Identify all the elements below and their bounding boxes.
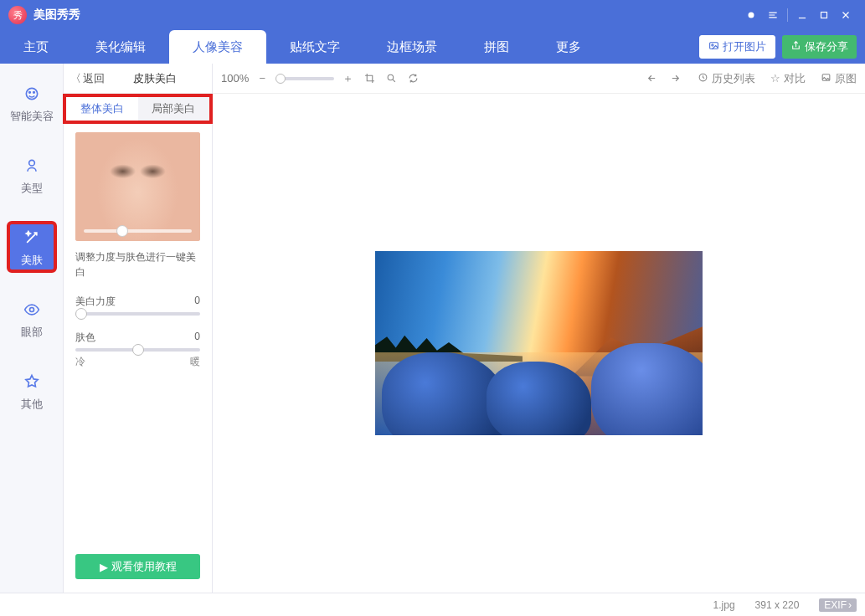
face-smart-icon [20,82,44,105]
svg-point-8 [29,308,33,312]
app-name: 美图秀秀 [33,8,80,23]
slider-value: 0 [194,295,200,309]
svg-rect-1 [821,13,827,18]
slider-right-label: 暖 [190,355,200,369]
svg-point-3 [712,44,713,46]
zoom-level: 100% [221,72,249,85]
svg-point-0 [749,13,754,18]
sidebar-item-shape[interactable]: 美型 [7,149,57,201]
play-icon: ▶ [100,561,108,573]
sidebar-item-other[interactable]: 其他 [7,365,57,417]
slider-left-label: 冷 [75,355,85,369]
slider-label: 肤色 [75,331,95,345]
tab-home[interactable]: 主页 [0,30,72,64]
original-button[interactable]: 原图 [821,71,857,86]
image-outline-icon [821,72,832,85]
status-bar: 1.jpg 391 x 220 EXIF › [0,593,865,616]
compare-button[interactable]: ☆ 对比 [770,71,806,86]
back-button[interactable]: 〈 返回 [70,71,105,86]
preview-split-slider[interactable] [84,229,192,233]
tab-stickers-text[interactable]: 贴纸文字 [266,30,363,64]
maximize-button[interactable] [813,6,835,24]
zoom-in-button[interactable]: ＋ [339,70,356,87]
tab-collage[interactable]: 拼图 [461,30,533,64]
svg-point-5 [28,92,30,94]
star-icon [20,370,44,393]
app-logo: 秀 [8,6,27,24]
zoom-out-button[interactable]: − [254,70,270,87]
redo-button[interactable] [666,70,682,87]
chat-icon[interactable] [740,6,762,24]
svg-point-6 [33,92,34,94]
slider-knob[interactable] [132,344,144,356]
svg-point-7 [28,160,34,166]
open-image-button[interactable]: 打开图片 [699,35,775,59]
canvas-image [375,251,703,435]
title-bar: 秀 美图秀秀 [0,0,865,30]
search-icon[interactable] [383,70,399,87]
menu-icon[interactable] [762,6,784,24]
slider-knob[interactable] [75,308,87,320]
tab-more[interactable]: 更多 [533,30,605,64]
view-tutorial-button[interactable]: ▶ 观看使用教程 [75,554,200,579]
history-icon [698,72,708,85]
chevron-right-icon: › [848,599,852,611]
eye-icon [20,298,44,321]
sidebar-item-skin[interactable]: 美肤 [7,221,57,273]
export-icon [790,40,801,54]
canvas-viewport[interactable] [213,94,865,593]
left-sidebar: 智能美容 美型 美肤 眼部 其他 [0,64,64,593]
svg-point-9 [388,74,394,80]
exif-button[interactable]: EXIF › [819,598,857,612]
slider-label: 美白力度 [75,295,116,309]
slider-value: 0 [194,331,200,345]
tab-portrait-beauty[interactable]: 人像美容 [169,30,266,64]
control-panel: 〈 返回 皮肤美白 整体美白 局部美白 调整力度与肤色进行一键美白 美白力度 0 [64,64,213,593]
tab-beautify-edit[interactable]: 美化编辑 [72,30,169,64]
tab-frame-scene[interactable]: 边框场景 [363,30,461,64]
save-share-button[interactable]: 保存分享 [782,35,857,59]
subtab-whole-whitening[interactable]: 整体美白 [66,97,138,121]
zoom-slider[interactable] [275,77,334,80]
whitening-strength-slider[interactable]: 美白力度 0 [75,295,200,316]
history-list-button[interactable]: 历史列表 [698,71,755,86]
shape-icon [20,154,44,177]
canvas-area: 100% − ＋ 历史列表 ☆ 对比 原图 [213,64,865,593]
subtab-local-whitening[interactable]: 局部美白 [138,97,210,121]
top-nav: 主页 美化编辑 人像美容 贴纸文字 边框场景 拼图 更多 打开图片 保存分享 [0,30,865,64]
crop-icon[interactable] [361,70,378,87]
status-filename: 1.jpg [713,599,735,611]
chevron-left-icon: 〈 [70,71,81,86]
effect-preview [75,132,200,241]
subtabs-highlight: 整体美白 局部美白 [63,94,213,124]
minimize-button[interactable] [791,6,813,24]
canvas-toolbar: 100% − ＋ 历史列表 ☆ 对比 原图 [213,64,865,94]
undo-button[interactable] [644,70,661,87]
sidebar-item-eyes[interactable]: 眼部 [7,293,57,345]
image-icon [708,40,719,54]
close-button[interactable] [835,6,857,24]
refresh-icon[interactable] [404,70,421,87]
panel-description: 调整力度与肤色进行一键美白 [75,249,200,280]
wand-icon [20,226,44,249]
status-dimensions: 391 x 220 [755,599,800,611]
preview-slider-knob[interactable] [116,225,128,237]
sidebar-item-smart-beauty[interactable]: 智能美容 [7,77,57,129]
star-outline-icon: ☆ [770,72,780,85]
skin-tone-slider[interactable]: 肤色 0 冷 暖 [75,331,200,369]
panel-title: 皮肤美白 [105,71,205,86]
